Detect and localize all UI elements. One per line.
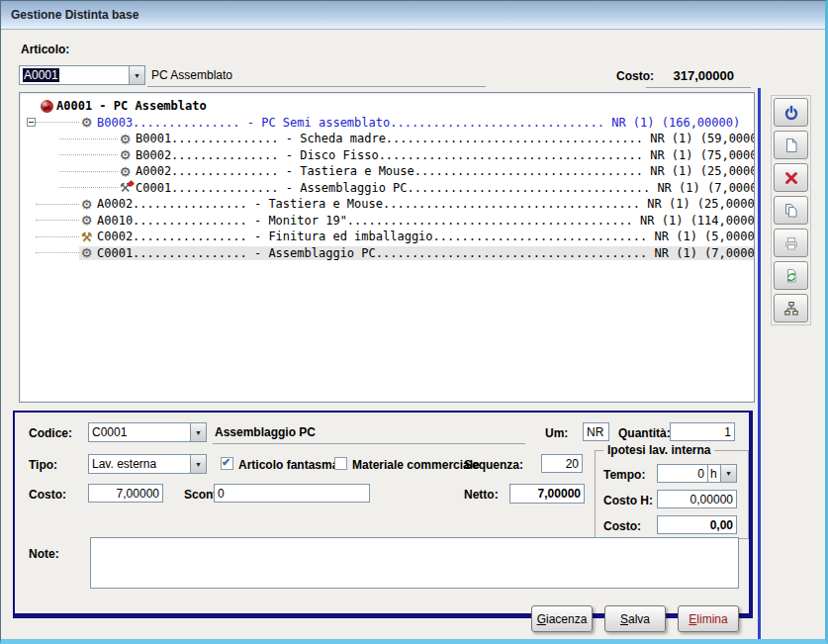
tree-connector — [59, 138, 118, 139]
gear-icon — [118, 132, 133, 145]
tree-row-selected[interactable]: C0001................ - Assemblaggio PC.… — [20, 245, 754, 262]
tree-row[interactable]: A0001 - PC Assemblato — [20, 98, 754, 115]
power-icon — [783, 105, 799, 121]
note-textarea[interactable] — [90, 537, 739, 589]
tree-connector — [36, 236, 79, 237]
tipo-combo-dropdown-button[interactable]: ▼ — [190, 454, 207, 474]
chevron-down-icon: ▼ — [195, 461, 202, 468]
gear-icon — [79, 197, 94, 211]
refresh-document-icon — [783, 268, 799, 284]
gear-icon — [79, 116, 94, 130]
gear-icon — [118, 148, 133, 162]
tree-connector — [36, 252, 79, 253]
codice-description: Assemblaggio PC — [215, 425, 316, 439]
tree-row[interactable]: C0002................ - Finitura ed imba… — [20, 229, 754, 245]
chevron-down-icon: ▼ — [725, 470, 732, 477]
quantita-label: Quantità: — [618, 426, 671, 440]
copy-icon — [783, 203, 799, 219]
tree-row[interactable]: A0002............... - Tastiera e Mouse.… — [20, 163, 754, 180]
articolo-combo-dropdown-button[interactable]: ▼ — [129, 65, 145, 85]
tree-row-label: B0002............... - Disco Fisso......… — [136, 148, 755, 162]
tempo-label: Tempo: — [603, 468, 645, 482]
articolo-fantasma-label: Articolo fantasma — [238, 458, 338, 472]
tipo-label: Tipo: — [29, 458, 57, 472]
codice-combo-dropdown-button[interactable]: ▼ — [190, 422, 207, 442]
hammer-icon — [79, 230, 94, 243]
new-button[interactable] — [774, 131, 808, 159]
gear-icon — [79, 246, 94, 260]
gear-icon — [79, 214, 94, 228]
tempo-unit-label: h — [707, 464, 721, 483]
printer-icon — [783, 235, 799, 251]
codice-combo[interactable]: C0001 ▼ — [88, 422, 207, 442]
costo-header-value: 317,00000 — [649, 68, 734, 83]
gear-icon — [118, 164, 133, 178]
salva-button[interactable]: Salva — [604, 605, 666, 632]
costo-underline — [646, 87, 751, 88]
um-label: Um: — [545, 426, 568, 440]
chevron-down-icon: ▼ — [134, 72, 140, 79]
netto-label: Netto: — [464, 488, 499, 502]
codice-combo-value: C0001 — [88, 422, 190, 442]
codice-underline — [213, 443, 525, 444]
tree-row[interactable]: B0002............... - Disco Fisso......… — [20, 147, 754, 164]
um-field[interactable]: NR — [583, 422, 609, 441]
tree-row[interactable]: C0001............... - Assemblaggio PC..… — [20, 180, 754, 197]
tree-connector — [59, 187, 118, 188]
tree-row-label: A0010................ - Monitor 19".....… — [97, 214, 755, 228]
costo-label: Costo: — [29, 488, 66, 502]
chevron-down-icon: ▼ — [195, 429, 202, 436]
refresh-button[interactable] — [774, 261, 808, 290]
ipotesi-costo-label: Costo: — [603, 519, 641, 533]
tree-row-label: B0003............... - PC Semi assemblat… — [97, 116, 740, 130]
tree-row-label: A0002............... - Tastiera e Mouse.… — [136, 164, 755, 178]
quantita-field[interactable]: 1 — [670, 422, 735, 441]
ipotesi-costo-field[interactable]: 0,00 — [657, 515, 737, 534]
gestione-distinta-base-window: Gestione Distinta base Articolo: A0001 ▼… — [0, 0, 828, 644]
red-x-icon — [783, 170, 799, 186]
tree-connector — [36, 122, 79, 123]
delete-button[interactable] — [774, 163, 808, 192]
window-title: Gestione Distinta base — [11, 8, 138, 22]
ipotesi-group-title: Ipotesi lav. interna — [603, 443, 714, 457]
tipo-combo[interactable]: Lav. esterna ▼ — [88, 454, 207, 474]
exit-button[interactable] — [774, 98, 808, 127]
sequenza-label: Sequenza: — [464, 458, 523, 472]
elimina-button[interactable]: Elimina — [678, 605, 739, 632]
articolo-description: PC Assemblato — [151, 68, 232, 82]
sequenza-field[interactable]: 20 — [541, 454, 583, 473]
costo-field[interactable]: 7,00000 — [88, 484, 163, 503]
structure-button[interactable] — [774, 294, 808, 322]
materiale-commerciale-label: Materiale commerciale — [352, 458, 480, 472]
copy-button[interactable] — [774, 196, 808, 225]
tree-row[interactable]: A0010................ - Monitor 19".....… — [20, 213, 754, 230]
accent-vertical-line — [758, 88, 761, 640]
tree-row[interactable]: A0002................ - Tastiera e Mouse… — [20, 196, 754, 213]
sconti-field[interactable]: 0 — [214, 484, 370, 503]
tree-connector — [59, 154, 118, 155]
bom-tree[interactable]: A0001 - PC Assemblato B0003.............… — [19, 92, 755, 403]
tree-row-label: A0001 - PC Assemblato — [56, 99, 207, 113]
tree-row[interactable]: B0001............... - Scheda madre.....… — [20, 131, 754, 147]
tempo-unit-dropdown-button[interactable]: ▼ — [720, 464, 737, 483]
tree-row-label: A0002................ - Tastiera e Mouse… — [97, 197, 755, 211]
articolo-combo[interactable]: A0001 ▼ — [19, 65, 145, 85]
materiale-commerciale-checkbox[interactable] — [334, 457, 347, 470]
hierarchy-icon — [783, 301, 799, 317]
tempo-field[interactable]: 0 — [657, 464, 708, 483]
articolo-underline — [147, 86, 486, 87]
print-button[interactable] — [774, 229, 808, 257]
tree-row-label: C0001................ - Assemblaggio PC.… — [97, 246, 755, 260]
codice-label: Codice: — [29, 426, 72, 440]
giacenza-button[interactable]: Giacenza — [531, 605, 593, 632]
articolo-label: Articolo: — [21, 43, 69, 56]
collapse-expander-icon[interactable] — [27, 118, 36, 127]
work-tools-icon — [118, 181, 133, 195]
tree-connector — [36, 220, 79, 221]
articolo-fantasma-checkbox[interactable] — [221, 457, 233, 470]
costo-h-field[interactable]: 0,00000 — [657, 490, 737, 508]
tree-row[interactable]: B0003............... - PC Semi assemblat… — [20, 115, 754, 132]
tree-connector — [59, 171, 118, 172]
title-bar[interactable]: Gestione Distinta base — [1, 1, 825, 30]
netto-field[interactable]: 7,00000 — [509, 484, 585, 504]
